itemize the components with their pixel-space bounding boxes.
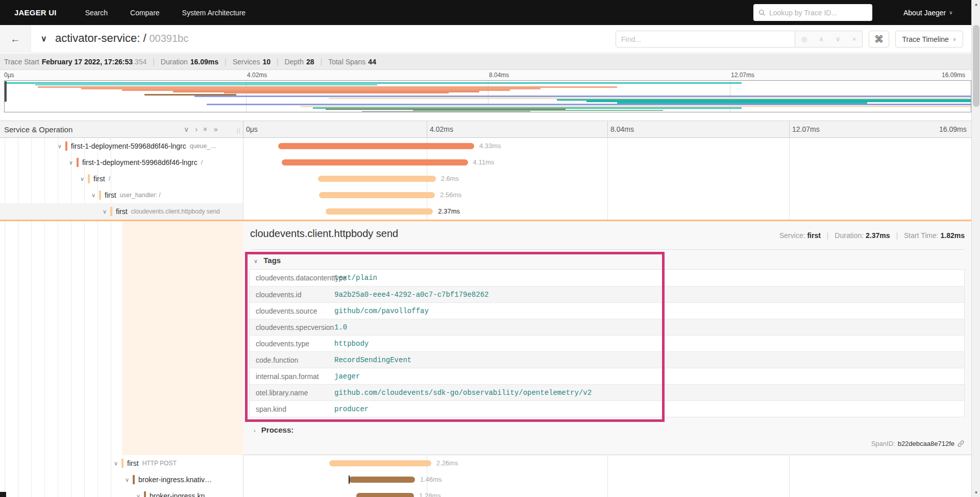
header-tick: 8.04ms xyxy=(610,125,634,133)
span-duration-bar[interactable] xyxy=(318,176,435,182)
chevron-down-icon[interactable]: ∨ xyxy=(103,208,107,215)
minimap-canvas[interactable] xyxy=(4,80,971,112)
tag-value: producer xyxy=(334,405,369,413)
span-duration-bar[interactable] xyxy=(349,477,414,483)
span-duration-label: 2.26ms xyxy=(436,459,458,467)
jaeger-logo[interactable]: JAEGER UI xyxy=(14,8,57,17)
about-jaeger-menu[interactable]: About Jaeger ∨ xyxy=(903,0,953,25)
chevron-down-icon[interactable]: ∨ xyxy=(125,477,129,483)
span-detail-title: cloudevents.client.httpbody send xyxy=(250,228,398,240)
service-color-marker xyxy=(144,491,146,497)
minimap-tick: 16.09ms xyxy=(942,72,965,79)
trace-start-label: Trace Start xyxy=(4,58,39,66)
depth-label: Depth xyxy=(285,58,304,66)
chevron-down-icon[interactable]: ∨ xyxy=(91,192,95,199)
column-resize-handle[interactable]: || xyxy=(237,127,241,133)
tag-value: text/plain xyxy=(334,274,377,282)
span-row-timeline[interactable]: 2.6ms xyxy=(243,171,971,187)
tags-table: cloudevents.datacontenttype text/plain c… xyxy=(249,269,965,417)
process-section-toggle[interactable]: › Process: xyxy=(254,425,293,434)
nav-item-system-architecture[interactable]: System Architecture xyxy=(182,9,246,17)
prev-match-icon[interactable]: ∧ xyxy=(819,35,824,43)
span-row-label[interactable]: ∨ first user_handler: / xyxy=(0,187,243,203)
service-name: broker-ingress.knativ… xyxy=(138,476,212,484)
minimap-span-overview xyxy=(5,81,971,112)
tag-key: span.kind xyxy=(250,405,334,413)
expand-all-icon[interactable]: » xyxy=(214,125,218,133)
span-row-timeline[interactable]: 1.46ms xyxy=(243,471,971,488)
span-duration-bar[interactable] xyxy=(278,143,474,149)
chevron-right-icon: › xyxy=(254,428,256,434)
tag-row: code.function RecordSendingEvent xyxy=(250,351,964,368)
span-row-label[interactable]: ∨ first cloudevents.client.httpbody send xyxy=(0,203,243,220)
tag-value: github/com/pavolloffay xyxy=(334,307,429,315)
trace-summary-bar: Trace Start February 17 2022, 17:26:53 .… xyxy=(0,54,971,70)
span-row-timeline[interactable]: 2.56ms xyxy=(243,187,971,203)
selected-span-underline xyxy=(0,220,971,221)
operation-name: / xyxy=(109,175,110,182)
next-match-icon[interactable]: ∨ xyxy=(836,35,841,43)
span-duration-bar[interactable] xyxy=(326,208,433,215)
service-color-marker xyxy=(99,191,101,200)
collapse-one-icon[interactable]: ∨ xyxy=(184,125,189,133)
minimap-tick: 0μs xyxy=(4,72,14,79)
chevron-down-icon[interactable]: ∨ xyxy=(114,460,118,467)
span-duration-bar[interactable] xyxy=(319,192,435,198)
span-row-timeline[interactable]: 2.37ms xyxy=(243,203,971,220)
scroll-down-arrow-icon[interactable]: ▼ xyxy=(972,488,980,497)
span-duration-bar[interactable] xyxy=(282,159,468,165)
span-row-timeline[interactable]: 4.11ms xyxy=(243,154,971,171)
service-color-marker xyxy=(88,174,90,183)
nav-item-search[interactable]: Search xyxy=(85,9,108,17)
span-row-label[interactable]: ∨ first-1-deployment-59968d6f46-lngrc / xyxy=(0,154,243,171)
tags-section-toggle[interactable]: ∨ Tags xyxy=(254,256,281,265)
trace-start-value: February 17 2022, 17:26:53 xyxy=(42,58,133,66)
minimap-tick: 12.07ms xyxy=(731,72,754,79)
scrollbar-thumb[interactable] xyxy=(973,25,979,107)
span-row: ∨ first / 2.6ms xyxy=(0,171,971,187)
detail-left-indent xyxy=(122,221,243,455)
service-color-marker xyxy=(65,141,67,151)
tag-value: github.com/cloudevents/sdk-go/observabil… xyxy=(334,389,592,397)
nav-item-compare[interactable]: Compare xyxy=(130,9,160,17)
chevron-down-icon[interactable]: ∨ xyxy=(136,493,140,497)
service-color-marker xyxy=(77,158,79,167)
span-duration-bar[interactable] xyxy=(329,460,431,466)
back-arrow-icon: ← xyxy=(10,33,20,45)
span-duration-bar[interactable] xyxy=(356,493,414,497)
span-row-timeline[interactable]: 2.26ms xyxy=(243,455,971,471)
service-name: first xyxy=(127,459,139,467)
span-row-timeline[interactable]: 4.33ms xyxy=(243,138,971,154)
trace-view-select[interactable]: Trace Timeline ∨ xyxy=(895,31,963,48)
span-row-label[interactable]: ∨ first-1-deployment-59968d6f46-lngrc qu… xyxy=(0,138,243,154)
trace-id-lookup-input[interactable]: Lookup by Trace ID... xyxy=(753,4,872,21)
back-button[interactable]: ← xyxy=(0,25,31,53)
vertical-scrollbar[interactable]: ▲ ▼ xyxy=(971,0,980,497)
link-icon[interactable] xyxy=(957,440,965,447)
chevron-down-icon[interactable]: ∨ xyxy=(69,159,73,166)
tag-key: otel.library.name xyxy=(250,389,334,397)
detail-service-label: Service: xyxy=(779,231,805,240)
expand-one-icon[interactable]: › xyxy=(195,125,198,133)
span-row-label[interactable]: ∨ first HTTP POST xyxy=(0,455,243,471)
span-row: ∨ broker-ingress.knativ… 1.46ms xyxy=(0,471,971,488)
find-input[interactable]: Find... xyxy=(616,31,795,48)
keyboard-shortcuts-button[interactable]: ⌘ xyxy=(869,31,889,48)
tag-value: jaeger xyxy=(334,372,360,381)
trace-collapse-chevron-icon[interactable]: ∨ xyxy=(41,34,47,43)
span-row-label[interactable]: ∨ broker-ingress.kn… xyxy=(0,488,243,497)
collapse-all-icon[interactable]: » xyxy=(202,127,210,131)
span-row-label[interactable]: ∨ broker-ingress.knativ… xyxy=(0,471,243,488)
tag-value: 1.0 xyxy=(334,323,347,332)
chevron-down-icon[interactable]: ∨ xyxy=(58,143,62,150)
clear-find-icon[interactable]: × xyxy=(852,35,856,43)
service-color-marker xyxy=(133,475,135,484)
span-row-label[interactable]: ∨ first / xyxy=(0,171,243,187)
operation-name: queue_… xyxy=(190,143,216,150)
focus-match-icon[interactable]: ◎ xyxy=(801,35,807,43)
tag-value: 9a2b25a0-eee4-4292-a0c7-c7bf179e8262 xyxy=(334,291,488,299)
chevron-down-icon[interactable]: ∨ xyxy=(80,176,84,182)
span-row-timeline[interactable]: 1.28ms xyxy=(243,488,971,497)
minimap-tick: 8.04ms xyxy=(489,72,509,79)
scroll-up-arrow-icon[interactable]: ▲ xyxy=(972,0,980,9)
